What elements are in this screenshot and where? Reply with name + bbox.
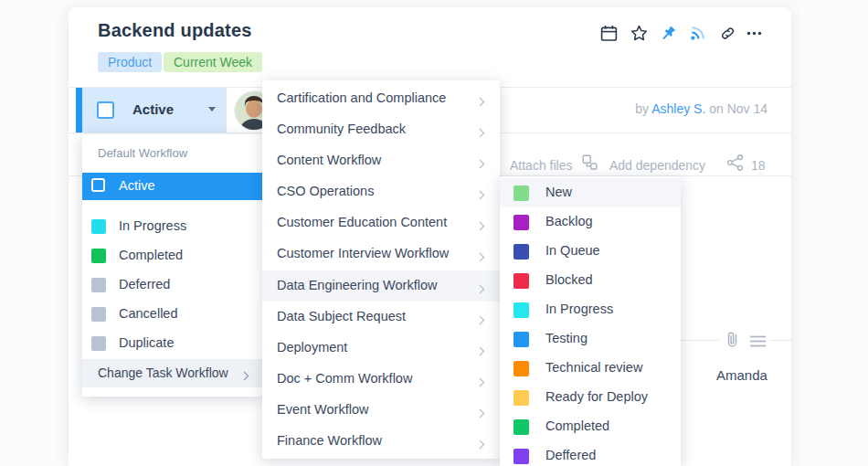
chevron-right-icon — [479, 312, 485, 329]
submenu-status-in-progress[interactable]: In Progress — [500, 295, 681, 324]
workflow-menu-item[interactable]: Customer Education Content — [262, 207, 500, 238]
status-accent-stripe — [76, 88, 82, 132]
change-task-workflow-button[interactable]: Change Task Workflow — [82, 359, 262, 387]
author-link[interactable]: Ashley S. — [651, 101, 705, 116]
star-icon[interactable] — [630, 25, 648, 42]
chevron-right-icon — [479, 156, 485, 173]
chevron-right-icon — [479, 218, 485, 235]
pin-icon[interactable] — [660, 25, 677, 42]
workflow-menu-item[interactable]: Event Workflow — [262, 395, 500, 426]
divider-segment — [679, 340, 719, 341]
status-color-swatch — [513, 449, 529, 464]
paperclip-icon[interactable] — [725, 331, 739, 349]
workflow-menu-item[interactable]: CSO Operations — [262, 176, 500, 207]
status-option-duplicate[interactable]: Duplicate — [82, 330, 262, 357]
status-color-swatch — [91, 307, 106, 322]
share-count-icon — [726, 154, 745, 172]
submenu-status-ready-for-deploy[interactable]: Ready for Deploy — [500, 383, 681, 412]
byline: by Ashley S. on Nov 14 — [635, 101, 767, 116]
status-color-swatch — [513, 215, 529, 230]
workflow-list-menu: Cartification and Compliance Community F… — [262, 80, 500, 459]
comment-author: Amanda — [716, 367, 767, 383]
workflow-status-submenu: New Backlog In Queue Blocked In Progress… — [500, 176, 681, 466]
status-color-swatch — [91, 219, 106, 234]
status-color-swatch — [513, 302, 529, 318]
tag-product[interactable]: Product — [98, 52, 162, 72]
status-option-label: Deferred — [119, 277, 170, 291]
byline-suffix: on Nov 14 — [705, 101, 767, 116]
hamburger-icon[interactable] — [749, 334, 767, 346]
chevron-right-icon — [479, 125, 485, 142]
chevron-right-icon — [479, 406, 485, 422]
workflow-menu-item-highlighted[interactable]: Data Engineering Workflow — [262, 270, 500, 302]
status-color-swatch — [513, 273, 529, 289]
status-color-swatch — [513, 361, 529, 376]
status-checkbox[interactable] — [97, 101, 114, 119]
byline-prefix: by — [635, 101, 651, 116]
submenu-status-deffered[interactable]: Deffered — [500, 441, 681, 466]
workflow-menu-item[interactable]: Community Feedback — [262, 114, 500, 145]
workflow-menu-item[interactable]: Customer Interview Workflow — [262, 238, 500, 270]
status-option-cancelled[interactable]: Cancelled — [82, 301, 262, 328]
status-option-active[interactable]: Active — [82, 173, 262, 200]
status-option-label: In Progress — [119, 218, 186, 233]
submenu-status-blocked[interactable]: Blocked — [500, 266, 681, 295]
chevron-right-icon — [479, 281, 485, 298]
chevron-right-icon — [479, 94, 485, 111]
workflow-panel-header: Default Workflow — [98, 146, 187, 160]
workflow-menu-item[interactable]: Finance Workflow — [262, 426, 500, 457]
chevron-down-icon — [208, 107, 216, 111]
chevron-right-icon — [479, 375, 485, 391]
chevron-right-icon — [479, 249, 485, 266]
status-option-in-progress[interactable]: In Progress — [82, 213, 262, 240]
workflow-menu-item[interactable]: Doc + Comm Workflow — [262, 364, 500, 395]
status-color-swatch — [91, 336, 106, 351]
chevron-right-icon — [479, 187, 485, 204]
status-color-swatch — [513, 419, 529, 435]
submenu-status-new[interactable]: New — [500, 178, 681, 207]
calendar-icon[interactable] — [600, 25, 618, 42]
page-title: Backend updates — [98, 20, 252, 41]
divider-segment — [771, 340, 791, 341]
rss-icon[interactable] — [689, 25, 706, 42]
selected-checkbox[interactable] — [91, 178, 105, 192]
chevron-right-icon — [243, 368, 249, 385]
status-label: Active — [132, 101, 174, 117]
status-color-swatch — [513, 185, 529, 201]
status-option-completed[interactable]: Completed — [82, 242, 262, 270]
status-color-swatch — [91, 278, 106, 292]
workflow-menu-item[interactable]: Content Workflow — [262, 145, 500, 176]
link-icon[interactable] — [719, 25, 736, 42]
submenu-status-testing[interactable]: Testing — [500, 324, 681, 354]
status-dropdown[interactable]: Active — [76, 88, 227, 132]
dependency-count[interactable]: 18 — [751, 158, 766, 187]
chevron-right-icon — [479, 344, 485, 360]
workflow-menu-item[interactable]: Deployment — [262, 333, 500, 364]
status-color-swatch — [513, 244, 529, 259]
submenu-status-completed[interactable]: Completed — [500, 412, 681, 441]
submenu-status-backlog[interactable]: Backlog — [500, 207, 681, 237]
status-option-deferred[interactable]: Deferred — [82, 271, 262, 299]
dependency-icon — [582, 154, 598, 171]
workflow-menu-item[interactable]: Cartification and Compliance — [262, 83, 500, 114]
more-icon[interactable] — [746, 25, 763, 42]
chevron-right-icon — [479, 437, 485, 453]
tag-current-week[interactable]: Current Week — [164, 52, 262, 72]
status-option-label: Active — [119, 178, 155, 193]
status-color-swatch — [513, 332, 529, 347]
submenu-status-technical-review[interactable]: Technical review — [500, 354, 681, 383]
workflow-menu-item[interactable]: Data Subject Request — [262, 302, 500, 333]
workflow-status-panel: Default Workflow Active In Progress Comp… — [82, 134, 262, 397]
submenu-status-in-queue[interactable]: In Queue — [500, 237, 681, 266]
status-color-swatch — [91, 249, 106, 263]
status-color-swatch — [513, 390, 529, 406]
status-option-label: Cancelled — [119, 306, 178, 321]
status-option-label: Duplicate — [119, 335, 174, 350]
page: Backend updates Product Current Week Act… — [0, 0, 868, 466]
change-workflow-label: Change Task Workflow — [98, 365, 228, 380]
status-option-label: Completed — [119, 248, 183, 262]
